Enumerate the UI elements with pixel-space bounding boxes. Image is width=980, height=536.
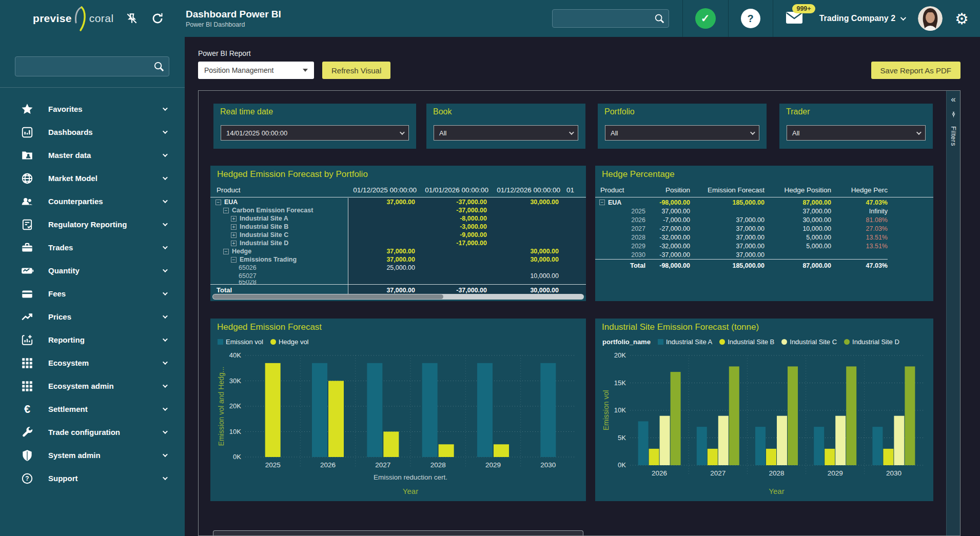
table-row-2028[interactable]: 2028-32,000.0037,000.005,000.0013.51% [595, 233, 933, 242]
bar-industrial-site-d-2029[interactable] [846, 366, 856, 465]
bar-industrial-site-b-2027[interactable] [708, 449, 718, 465]
bar-hedge-vol-2026[interactable] [328, 381, 344, 458]
table-row-emissions-trading[interactable]: −Emissions Trading37,000.0030,000.00 [210, 255, 586, 264]
sidebar-item-quantity[interactable]: Quantity [0, 259, 185, 282]
expand-toggle-icon[interactable]: + [231, 224, 237, 230]
table-row-industrial-site-b[interactable]: +Industrial Site B-3,000.00 [210, 223, 586, 231]
company-selector[interactable]: Trading Company 2 [815, 14, 909, 23]
table-row-hedge[interactable]: −Hedge37,000.0030,000.00 [210, 247, 586, 255]
bar-industrial-site-c-2027[interactable] [718, 416, 729, 465]
collapse-toggle-icon[interactable]: − [215, 200, 221, 205]
sidebar-item-ecosystem-admin[interactable]: Ecosystem admin [0, 374, 185, 398]
legend-item[interactable]: Industrial Site C [781, 338, 837, 346]
expand-filters-icon[interactable]: « [951, 95, 955, 104]
bar-industrial-site-a-2030[interactable] [872, 427, 883, 465]
bar-emission-vol-2028[interactable] [422, 363, 438, 457]
sidebar-item-system-admin[interactable]: System admin [0, 444, 185, 467]
sidebar-item-master-data[interactable]: Master data [0, 144, 185, 167]
bar-emission-vol-2029[interactable] [477, 363, 493, 457]
bar-industrial-site-d-2026[interactable] [671, 372, 681, 465]
bar-industrial-site-d-2030[interactable] [905, 366, 915, 465]
bar-hedge-vol-2029[interactable] [494, 444, 509, 457]
sidebar-item-market-model[interactable]: Market Model [0, 167, 185, 190]
table-row-2029[interactable]: 2029-32,000.0037,000.005,000.0013.51% [595, 242, 933, 250]
sidebar-item-prices[interactable]: Prices [0, 305, 185, 328]
sidebar-item-settlement[interactable]: €Settlement [0, 398, 185, 421]
table-row-carbon-emission-forecast[interactable]: −Carbon Emission Forecast-37,000.00 [210, 206, 586, 214]
bar-industrial-site-d-2027[interactable] [729, 366, 739, 465]
expand-toggle-icon[interactable]: + [231, 216, 237, 222]
bar-industrial-site-c-2030[interactable] [894, 416, 904, 465]
bar-emission-vol-2027[interactable] [367, 363, 382, 457]
table-row-2025[interactable]: 202537,000.0037,000.00Infinity [595, 207, 933, 215]
pin-icon[interactable] [950, 111, 957, 120]
pin-off-icon[interactable] [122, 9, 142, 28]
bar-industrial-site-a-2028[interactable] [755, 427, 766, 465]
bar-emission-vol-2026[interactable] [312, 363, 327, 457]
table-row-industrial-site-c[interactable]: +Industrial Site C-9,000.00 [210, 231, 586, 239]
collapse-toggle-icon[interactable]: − [599, 200, 605, 205]
sidebar-item-trades[interactable]: Trades [0, 236, 185, 259]
mail-icon[interactable]: 999+ [786, 11, 803, 26]
legend-item[interactable]: Industrial Site D [844, 338, 899, 346]
table-total-row[interactable]: Total-98,000.00185,000.0087,000.0047.03% [595, 259, 888, 271]
bar-industrial-site-c-2026[interactable] [660, 416, 670, 465]
legend-item[interactable]: Hedge vol [270, 338, 309, 346]
expand-toggle-icon[interactable]: + [231, 232, 237, 238]
expand-toggle-icon[interactable]: + [231, 241, 237, 246]
bar-industrial-site-b-2030[interactable] [883, 449, 893, 465]
sidebar-item-trade-configuration[interactable]: Trade configuration [0, 421, 185, 444]
legend-item[interactable]: Industrial Site A [658, 338, 712, 346]
horizontal-scrollbar[interactable] [212, 294, 584, 300]
slicer-dropdown[interactable]: All [787, 125, 926, 141]
scrollbar-thumb[interactable] [213, 294, 443, 299]
sidebar-search-input[interactable] [15, 56, 169, 76]
table-row-eua[interactable]: −EUA37,000.00-37,000.0030,000.00 [210, 198, 586, 206]
bar-hedge-vol-2025[interactable] [265, 363, 281, 457]
collapse-toggle-icon[interactable]: − [223, 249, 229, 254]
user-avatar[interactable] [918, 6, 943, 31]
bar-industrial-site-a-2026[interactable] [638, 421, 649, 465]
sidebar-item-fees[interactable]: Fees [0, 282, 185, 305]
sidebar-item-counterparties[interactable]: Counterparties [0, 190, 185, 213]
table-row-industrial-site-d[interactable]: +Industrial Site D-17,000.00 [210, 239, 586, 247]
refresh-visual-button[interactable]: Refresh Visual [322, 62, 390, 79]
table-row-eua[interactable]: −EUA-98,000.00185,000.0087,000.0047.03% [595, 198, 933, 207]
bar-industrial-site-b-2028[interactable] [766, 449, 776, 465]
bar-industrial-site-a-2027[interactable] [697, 427, 707, 465]
slicer-dropdown[interactable]: 14/01/2025 00:00:00 [221, 125, 409, 141]
sidebar-item-ecosystem[interactable]: Ecosystem [0, 351, 185, 374]
sidebar-item-reporting[interactable]: Reporting [0, 328, 185, 351]
topbar-search-input[interactable] [552, 9, 669, 28]
bar-industrial-site-b-2026[interactable] [649, 449, 659, 465]
slicer-dropdown[interactable]: All [434, 125, 578, 141]
bar-industrial-site-a-2029[interactable] [814, 427, 824, 465]
save-report-pdf-button[interactable]: Save Report As PDF [871, 62, 961, 79]
bar-industrial-site-c-2028[interactable] [777, 416, 787, 465]
sidebar-item-support[interactable]: ?Support [0, 467, 185, 490]
collapse-toggle-icon[interactable]: − [223, 208, 229, 213]
bar-emission-vol-2030[interactable] [540, 363, 556, 457]
bar-hedge-vol-2028[interactable] [439, 444, 454, 457]
settings-gear-icon[interactable]: ⚙ [955, 10, 969, 28]
report-select[interactable]: Position Management [198, 62, 314, 79]
collapse-toggle-icon[interactable]: − [231, 257, 237, 263]
sidebar-item-dashboards[interactable]: Dashboards [0, 121, 185, 144]
table-row-2026[interactable]: 2026-7,000.0037,000.0030,000.0081.08% [595, 215, 933, 224]
bar-industrial-site-d-2028[interactable] [788, 366, 798, 465]
bar-industrial-site-c-2029[interactable] [835, 416, 846, 465]
status-check-icon[interactable]: ✓ [695, 8, 716, 29]
table-row-industrial-site-a[interactable]: +Industrial Site A-8,000.00 [210, 214, 586, 223]
sidebar-item-regulatory-reporting[interactable]: Regulatory Reporting [0, 213, 185, 236]
legend-item[interactable]: Industrial Site B [719, 338, 774, 346]
bar-hedge-vol-2027[interactable] [383, 432, 399, 458]
table-row-65027[interactable]: 6502710,000.00 [210, 272, 586, 280]
slicer-dropdown[interactable]: All [605, 125, 759, 141]
table-row-65028[interactable]: 65028 [210, 280, 586, 284]
refresh-icon[interactable] [148, 9, 167, 28]
bar-industrial-site-b-2029[interactable] [825, 449, 835, 465]
table-row-2027[interactable]: 2027-27,000.0037,000.0010,000.0027.03% [595, 224, 933, 233]
help-icon[interactable]: ? [741, 9, 760, 28]
table-row-2030[interactable]: 2030-37,000.0037,000.00 [595, 250, 933, 259]
legend-item[interactable]: Emission vol [218, 338, 263, 346]
